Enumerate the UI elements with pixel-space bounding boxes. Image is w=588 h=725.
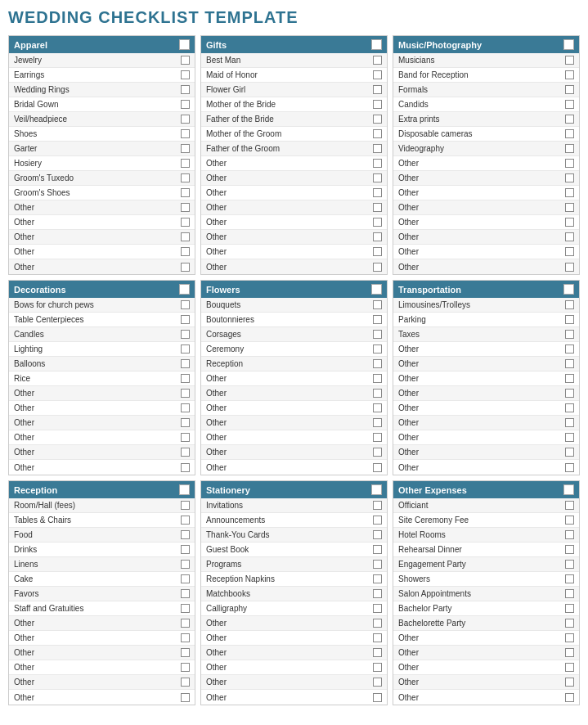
item-checkbox[interactable] [373,501,382,510]
item-checkbox[interactable] [565,463,574,472]
item-checkbox[interactable] [565,100,574,109]
item-checkbox[interactable] [565,589,574,598]
item-checkbox[interactable] [565,560,574,569]
item-checkbox[interactable] [373,374,382,383]
item-checkbox[interactable] [565,315,574,324]
item-checkbox[interactable] [181,448,190,457]
item-checkbox[interactable] [565,619,574,628]
item-checkbox[interactable] [373,359,382,368]
item-checkbox[interactable] [565,56,574,65]
item-checkbox[interactable] [181,545,190,554]
item-checkbox[interactable] [181,188,190,197]
item-checkbox[interactable] [373,85,382,94]
item-checkbox[interactable] [373,678,382,687]
item-checkbox[interactable] [565,663,574,672]
section-header-checkbox-stationery[interactable] [371,484,382,495]
item-checkbox[interactable] [373,232,382,241]
item-checkbox[interactable] [181,663,190,672]
item-checkbox[interactable] [373,344,382,353]
item-checkbox[interactable] [565,403,574,412]
item-checkbox[interactable] [565,678,574,687]
item-checkbox[interactable] [565,85,574,94]
item-checkbox[interactable] [181,619,190,628]
item-checkbox[interactable] [565,232,574,241]
item-checkbox[interactable] [373,530,382,539]
item-checkbox[interactable] [565,247,574,256]
item-checkbox[interactable] [565,374,574,383]
item-checkbox[interactable] [181,359,190,368]
item-checkbox[interactable] [181,232,190,241]
item-checkbox[interactable] [181,115,190,124]
item-checkbox[interactable] [181,85,190,94]
item-checkbox[interactable] [565,330,574,339]
item-checkbox[interactable] [565,263,574,272]
item-checkbox[interactable] [181,530,190,539]
item-checkbox[interactable] [373,693,382,702]
item-checkbox[interactable] [373,70,382,79]
item-checkbox[interactable] [181,70,190,79]
item-checkbox[interactable] [181,516,190,525]
item-checkbox[interactable] [181,403,190,412]
item-checkbox[interactable] [373,188,382,197]
item-checkbox[interactable] [373,159,382,168]
item-checkbox[interactable] [565,129,574,138]
item-checkbox[interactable] [565,115,574,124]
item-checkbox[interactable] [373,173,382,182]
item-checkbox[interactable] [181,247,190,256]
section-header-checkbox-transportation[interactable] [563,284,574,295]
item-checkbox[interactable] [181,501,190,510]
section-header-checkbox-reception[interactable] [179,484,190,495]
item-checkbox[interactable] [181,315,190,324]
item-checkbox[interactable] [565,501,574,510]
item-checkbox[interactable] [565,344,574,353]
item-checkbox[interactable] [565,173,574,182]
section-header-checkbox-gifts[interactable] [371,39,382,50]
item-checkbox[interactable] [373,463,382,472]
item-checkbox[interactable] [565,70,574,79]
section-header-checkbox-flowers[interactable] [371,284,382,295]
item-checkbox[interactable] [181,418,190,427]
item-checkbox[interactable] [565,159,574,168]
item-checkbox[interactable] [565,693,574,702]
item-checkbox[interactable] [373,560,382,569]
item-checkbox[interactable] [373,263,382,272]
item-checkbox[interactable] [181,218,190,227]
item-checkbox[interactable] [565,433,574,442]
section-header-checkbox-apparel[interactable] [179,39,190,50]
item-checkbox[interactable] [373,604,382,613]
item-checkbox[interactable] [373,115,382,124]
item-checkbox[interactable] [181,300,190,309]
item-checkbox[interactable] [565,218,574,227]
item-checkbox[interactable] [181,574,190,583]
item-checkbox[interactable] [373,418,382,427]
item-checkbox[interactable] [181,693,190,702]
item-checkbox[interactable] [181,173,190,182]
item-checkbox[interactable] [373,315,382,324]
item-checkbox[interactable] [373,516,382,525]
item-checkbox[interactable] [181,330,190,339]
item-checkbox[interactable] [373,389,382,398]
item-checkbox[interactable] [565,516,574,525]
item-checkbox[interactable] [565,359,574,368]
item-checkbox[interactable] [565,389,574,398]
item-checkbox[interactable] [181,144,190,153]
item-checkbox[interactable] [565,530,574,539]
item-checkbox[interactable] [373,663,382,672]
item-checkbox[interactable] [565,648,574,657]
item-checkbox[interactable] [565,203,574,212]
item-checkbox[interactable] [373,203,382,212]
item-checkbox[interactable] [565,633,574,642]
item-checkbox[interactable] [373,448,382,457]
section-header-checkbox-decorations[interactable] [179,284,190,295]
item-checkbox[interactable] [373,589,382,598]
item-checkbox[interactable] [373,300,382,309]
item-checkbox[interactable] [181,129,190,138]
item-checkbox[interactable] [181,604,190,613]
item-checkbox[interactable] [373,129,382,138]
item-checkbox[interactable] [181,389,190,398]
item-checkbox[interactable] [373,218,382,227]
item-checkbox[interactable] [181,263,190,272]
item-checkbox[interactable] [181,159,190,168]
item-checkbox[interactable] [373,100,382,109]
item-checkbox[interactable] [373,619,382,628]
